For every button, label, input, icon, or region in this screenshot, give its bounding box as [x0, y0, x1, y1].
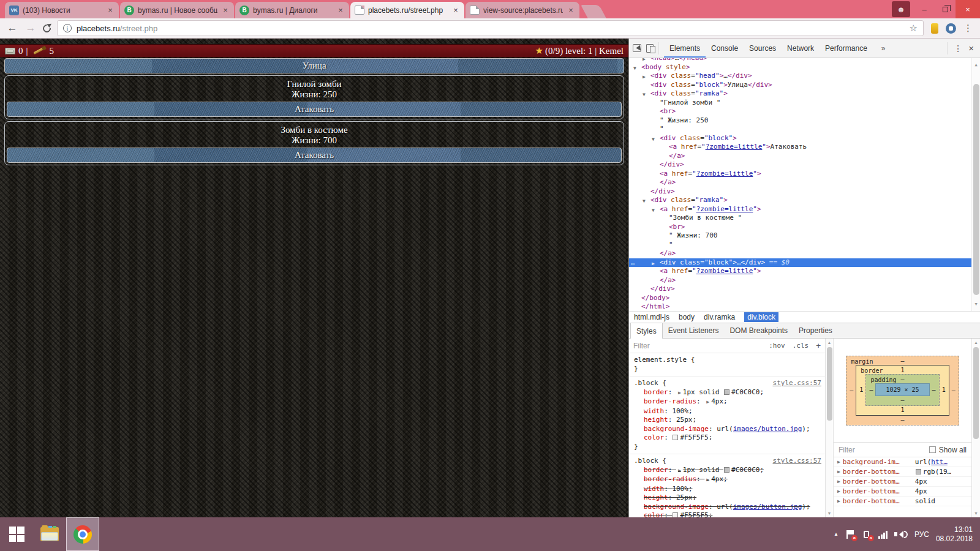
css-property[interactable]: background-image: url(images/button.jpg)… [634, 503, 821, 512]
css-property[interactable]: border-radius: ▶4px; [634, 397, 821, 407]
css-property[interactable]: background-image: url(images/button.jpg)… [634, 425, 821, 434]
scrollbar-thumb[interactable] [973, 84, 979, 295]
color-swatch[interactable] [916, 469, 921, 474]
stylesheet-link[interactable]: style.css:57 [773, 379, 821, 388]
dom-tree-line[interactable]: ▼<div class="block"> [629, 134, 980, 143]
dom-tree-line[interactable]: ▼<a href="?zombie=little"> [629, 205, 980, 214]
color-swatch[interactable] [724, 467, 729, 473]
expand-arrow-icon[interactable]: ▶ [678, 468, 681, 473]
restore-button[interactable] [935, 0, 956, 18]
scroll-down-icon[interactable]: ▼ [826, 511, 833, 515]
browser-tab-3[interactable]: placebets.ru/street.php× [350, 2, 464, 18]
devtools-tab-network[interactable]: Network [782, 39, 820, 58]
dom-tree-line[interactable]: …▶<div class="block">…</div> == $0 [629, 258, 980, 268]
file-explorer-button[interactable] [33, 517, 66, 551]
computed-property-row[interactable]: ▶border-bottom…4px [834, 477, 971, 487]
clock[interactable]: 13:01 08.02.2018 [936, 525, 973, 544]
volume-icon[interactable] [894, 530, 908, 539]
dom-tree-line[interactable]: <br> [629, 107, 980, 116]
dom-tree-line[interactable]: </body> [629, 294, 980, 303]
dom-tree-line[interactable]: <div class="block">Улица</div> [629, 81, 980, 90]
css-selector[interactable]: .block [634, 379, 658, 387]
language-indicator[interactable]: РУС [914, 530, 929, 539]
browser-tab-4[interactable]: view-source:placebets.ru× [466, 2, 579, 18]
dom-tree-line[interactable]: </div> [629, 160, 980, 170]
resource-link[interactable]: images/button.jpg [733, 425, 802, 433]
resource-link[interactable]: htt… [931, 458, 948, 466]
power-icon[interactable]: × [862, 530, 872, 539]
scrollbar-thumb[interactable] [973, 347, 979, 439]
dom-tree-line[interactable]: <a href="?zombie=little">Атаковать [629, 143, 980, 152]
dom-tree-line[interactable]: <a href="?zombie=little"> [629, 267, 980, 276]
minimize-button[interactable]: – [914, 0, 935, 18]
dom-tree-line[interactable]: "Зомби в костюме " [629, 214, 980, 223]
stylesheet-link[interactable]: style.css:57 [773, 457, 821, 466]
reload-button[interactable] [41, 23, 52, 34]
devtools-close-icon[interactable]: × [968, 43, 974, 53]
box-model-padding[interactable]: padding – – 1029 × 25 – [865, 374, 939, 406]
extension-icon-yellow[interactable] [931, 23, 938, 34]
browser-tab-2[interactable]: Bbymas.ru | Диалоги× [235, 2, 349, 18]
sidebar-tab-styles[interactable]: Styles [630, 323, 663, 339]
dom-tree-line[interactable]: </a> [629, 276, 980, 285]
url-bar[interactable]: i placebets.ru/street.php ☆ [57, 20, 924, 36]
tab-close-icon[interactable]: × [567, 6, 575, 15]
css-property[interactable]: color: #F5F5F5; [634, 511, 821, 517]
tab-close-icon[interactable]: × [451, 6, 460, 15]
start-button[interactable] [0, 517, 33, 551]
expand-arrow-icon[interactable]: ▶ [706, 477, 709, 482]
devtools-tab-sources[interactable]: Sources [744, 39, 782, 58]
css-property[interactable]: height: 25px; [634, 416, 821, 425]
info-icon[interactable]: i [63, 24, 72, 32]
device-toolbar-icon[interactable] [646, 44, 654, 53]
browser-menu-icon[interactable]: ⋮ [962, 23, 974, 34]
action-center-flag-icon[interactable]: × [845, 530, 855, 539]
new-tab-button[interactable] [581, 5, 606, 18]
inspect-element-icon[interactable] [633, 44, 641, 52]
dom-tree-line[interactable]: ▼<div class="ramka"> [629, 196, 980, 205]
dom-tree-line[interactable]: " Жизни: 700 [629, 231, 980, 241]
tab-close-icon[interactable]: × [336, 6, 345, 15]
show-all-checkbox[interactable] [929, 446, 936, 453]
color-swatch[interactable] [673, 435, 678, 440]
css-property[interactable]: width: 100%; [634, 407, 821, 416]
dom-tree-line[interactable]: <br> [629, 223, 980, 232]
css-property[interactable]: width: 100%; [634, 485, 821, 494]
dom-tree-line[interactable]: </html> [629, 302, 980, 311]
expand-arrow-icon[interactable]: ▶ [837, 479, 840, 484]
new-style-rule-button[interactable]: + [816, 341, 821, 350]
browser-tab-0[interactable]: VK(103) Новости× [5, 2, 119, 18]
chrome-taskbar-button[interactable] [66, 517, 99, 551]
css-property[interactable]: border-radius: ▶4px; [634, 475, 821, 485]
sidebar-tab-dom-breakpoints[interactable]: DOM Breakpoints [724, 323, 793, 338]
breadcrumb-html.mdl-js[interactable]: html.mdl-js [634, 313, 669, 321]
dom-tree-line[interactable]: </a> [629, 152, 980, 161]
forward-button[interactable]: → [24, 22, 37, 34]
expand-arrow-icon[interactable]: ▶ [837, 498, 840, 504]
dom-tree-line[interactable]: " Жизни: 250 [629, 116, 980, 126]
sidebar-scrollbar[interactable]: ▲ ▼ [971, 339, 980, 517]
box-model-content[interactable]: 1029 × 25 [875, 383, 929, 396]
dom-tree-line[interactable]: " [629, 125, 980, 134]
dom-tree-line[interactable]: "Гнилой зомби " [629, 99, 980, 108]
hov-button[interactable]: :hov [769, 342, 785, 350]
bookmark-star-icon[interactable]: ☆ [910, 23, 918, 34]
expand-arrow-icon[interactable]: ▶ [706, 399, 709, 405]
more-tabs-icon[interactable]: » [878, 44, 889, 53]
dom-tree-line[interactable]: <a href="?zombie=little"> [629, 170, 980, 179]
breadcrumb-div.block[interactable]: div.block [744, 312, 778, 322]
dom-tree-line[interactable]: </div> [629, 285, 980, 294]
attack-button[interactable]: Атаковать [7, 148, 622, 163]
computed-property-row[interactable]: ▶border-bottom…4px [834, 487, 971, 497]
resource-link[interactable]: images/button.jpg [733, 503, 802, 511]
dom-tree-line[interactable]: </a> [629, 249, 980, 258]
devtools-tab-performance[interactable]: Performance [820, 39, 873, 58]
breadcrumb-div.ramka[interactable]: div.ramka [704, 313, 735, 321]
computed-property-row[interactable]: ▶border-bottom…rgb(19… [834, 467, 971, 477]
hidden-icons-chevron[interactable]: ▲ [834, 531, 839, 537]
devtools-tab-console[interactable]: Console [706, 39, 744, 58]
expand-arrow-icon[interactable]: ▶ [678, 390, 681, 395]
tab-close-icon[interactable]: × [221, 6, 230, 15]
dom-tree-line[interactable]: ▼<body style> [629, 63, 980, 72]
dom-tree-line[interactable]: ▶<div class="head">…</div> [629, 72, 980, 81]
